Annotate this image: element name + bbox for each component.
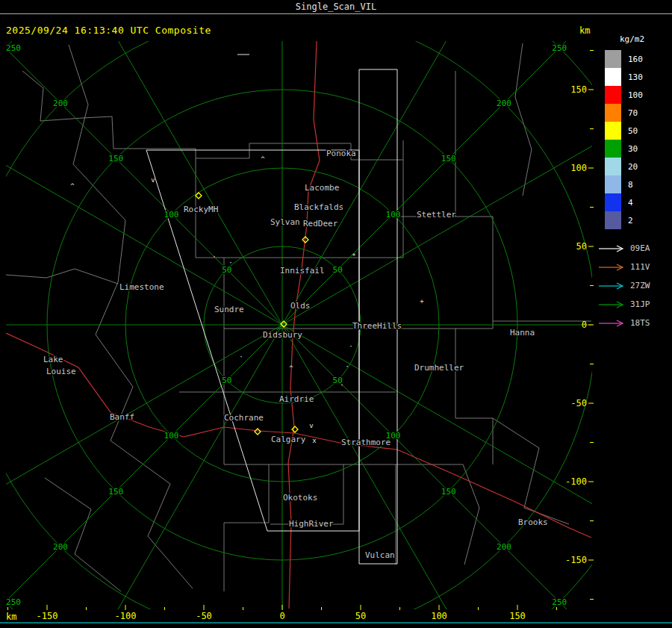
bottom-axis-label: -50 xyxy=(196,611,212,621)
azimuth-line xyxy=(58,325,282,628)
radar-id-row: 31JP xyxy=(597,295,671,314)
county-boundary xyxy=(22,71,196,149)
radar-id-row: 18TS xyxy=(597,314,671,332)
azimuth-line xyxy=(282,0,506,325)
range-ring-label: 50 xyxy=(222,376,231,385)
city-label: Stettler xyxy=(417,210,456,220)
vil-scale-value: 30 xyxy=(628,144,638,154)
city-label: Sylvan xyxy=(270,217,300,227)
city-label: Airdrie xyxy=(279,394,314,404)
county-boundary xyxy=(515,43,532,196)
bottom-axis-label: 50 xyxy=(355,611,366,621)
vil-scale-swatch xyxy=(605,158,621,175)
city-label: Sundre xyxy=(214,305,244,314)
weather-marker: x xyxy=(312,437,317,444)
radar-arrow-icon xyxy=(597,282,626,290)
weather-marker: · xyxy=(340,382,343,389)
vil-scale-value: 4 xyxy=(628,198,633,208)
vil-scale-value: 2 xyxy=(628,216,633,226)
right-axis-label: 100 xyxy=(570,163,587,173)
vil-scale-swatch xyxy=(605,68,621,86)
radar-arrow-icon xyxy=(597,263,626,272)
city-label: Hanna xyxy=(510,328,535,338)
vil-scale-row: 30 xyxy=(597,140,671,158)
radar-app-window: Single_Scan_VIL 2025/09/24 16:13:40 UTC … xyxy=(0,0,672,628)
point-markers: ^v^··*+··^··vx xyxy=(70,155,424,444)
vil-scale-value: 70 xyxy=(628,108,638,118)
bottom-separator xyxy=(0,622,672,624)
weather-marker: ^ xyxy=(70,182,75,190)
city-label: Vulcan xyxy=(365,550,395,560)
vil-scale-swatch xyxy=(605,50,621,68)
right-axis-label: -150 xyxy=(565,555,587,565)
city-label: Calgary xyxy=(271,435,306,444)
city-label: Olds xyxy=(290,301,311,311)
vil-scale-value: 20 xyxy=(628,162,638,172)
range-ring-label: 100 xyxy=(164,210,179,220)
vil-scale-row: 130 xyxy=(597,68,671,86)
range-ring-label: 150 xyxy=(108,487,123,497)
legend-panel: kg/m2 16013010070503020842 09EA111V27ZW3… xyxy=(597,34,671,332)
weather-marker: · xyxy=(212,253,216,261)
right-axis-label: 50 xyxy=(576,241,587,252)
azimuth-line xyxy=(58,0,282,325)
city-label: RedDeer xyxy=(303,219,338,228)
right-axis-label: -50 xyxy=(570,398,587,408)
radar-id-label: 111V xyxy=(630,262,650,272)
range-ring-label: 200 xyxy=(497,99,511,108)
range-ring-label: 200 xyxy=(497,542,511,552)
bottom-axis-label: 0 xyxy=(279,611,284,621)
right-axis-label: 150 xyxy=(570,84,587,95)
range-ring-label: 250 xyxy=(552,597,567,607)
vil-scale-value: 50 xyxy=(628,126,638,136)
right-axis-label: -100 xyxy=(565,476,587,487)
vil-color-scale: 16013010070503020842 xyxy=(597,50,671,229)
weather-marker: · xyxy=(345,363,349,370)
vil-scale-swatch xyxy=(605,140,621,158)
range-ring-label: 150 xyxy=(108,154,123,164)
radar-id-label: 18TS xyxy=(630,318,650,328)
radar-site-diamond xyxy=(292,426,298,432)
range-ring-label: 200 xyxy=(53,99,68,108)
radar-arrow-icon xyxy=(597,319,626,328)
county-boundary xyxy=(455,329,493,464)
weather-marker: v xyxy=(309,422,313,429)
vil-scale-swatch xyxy=(605,175,621,193)
radar-map[interactable]: 5050505010010010010015015015015020020020… xyxy=(0,0,672,628)
radar-id-row: 09EA xyxy=(597,239,671,258)
range-ring-label: 200 xyxy=(53,542,68,552)
weather-marker: ^ xyxy=(261,155,265,163)
right-axis-label: 0 xyxy=(582,320,587,330)
legend-unit: kg/m2 xyxy=(620,34,671,44)
city-label: Strathmore xyxy=(341,438,391,447)
radar-id-row: 111V xyxy=(597,258,671,276)
bottom-axis-unit: km xyxy=(6,612,16,622)
city-label: Limestone xyxy=(119,282,164,292)
city-label: Blackfalds xyxy=(294,202,343,212)
radar-arrow-icon xyxy=(597,244,626,253)
range-ring-label: 250 xyxy=(552,43,567,53)
radar-arrow-icon xyxy=(597,300,626,309)
radar-id-row: 27ZW xyxy=(597,276,671,295)
vil-scale-row: 8 xyxy=(597,175,671,193)
range-ring-label: 150 xyxy=(441,154,456,164)
bottom-axis-label: 150 xyxy=(509,611,526,621)
county-boundary xyxy=(196,143,403,160)
vil-scale-row: 4 xyxy=(597,193,671,211)
city-labels: PonokaLacombeBlackfaldsSylvanRedDeerStet… xyxy=(43,149,548,560)
weather-marker: · xyxy=(349,343,352,350)
city-label: Okotoks xyxy=(283,493,317,503)
scan-boundary xyxy=(359,69,397,564)
range-ring-label: 50 xyxy=(333,265,343,275)
county-boundary xyxy=(6,269,118,284)
city-label: RockyMH xyxy=(184,205,218,214)
azimuth-line xyxy=(282,325,506,628)
radar-site-diamond xyxy=(255,429,261,435)
weather-marker: · xyxy=(239,353,243,361)
vil-scale-value: 160 xyxy=(628,55,643,64)
vil-scale-value: 130 xyxy=(628,72,643,82)
vil-scale-swatch xyxy=(605,193,621,211)
city-label: Lacombe xyxy=(305,183,339,193)
weather-marker: ^ xyxy=(289,364,293,372)
vil-scale-swatch xyxy=(605,86,621,104)
